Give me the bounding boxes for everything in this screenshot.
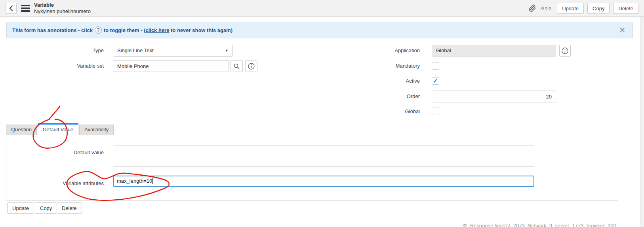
variable-set-input[interactable] xyxy=(113,60,229,72)
variable-set-info-button[interactable] xyxy=(245,60,257,72)
response-time-text: Response time(s): 2073, Network: 9, serv… xyxy=(470,223,616,227)
type-select[interactable]: Single Line Text ▼ xyxy=(113,45,233,57)
default-value-textarea[interactable] xyxy=(113,146,534,167)
active-checkbox[interactable]: ✓ xyxy=(432,77,439,85)
type-label: Type xyxy=(0,45,104,57)
tab-question[interactable]: Question xyxy=(6,125,37,135)
mandatory-checkbox[interactable] xyxy=(432,62,439,70)
order-label: Order xyxy=(329,91,420,102)
context-menu-icon[interactable] xyxy=(21,5,30,12)
update-button-footer[interactable]: Update xyxy=(7,202,34,214)
record-subtitle: Nykyinen puhelinnumero xyxy=(34,8,91,15)
back-button[interactable] xyxy=(6,3,17,14)
gear-icon: ⚙ xyxy=(463,223,467,227)
chevron-left-icon xyxy=(9,6,13,11)
variable-attributes-input[interactable]: max_length=10 xyxy=(113,176,534,187)
default-value-tab-panel xyxy=(6,135,618,201)
record-title-block: Variable Nykyinen puhelinnumero xyxy=(34,2,91,15)
banner-text-middle: to toggle them - ( xyxy=(104,27,145,33)
default-value-label: Default value xyxy=(0,147,104,159)
type-select-value: Single Line Text xyxy=(117,45,154,56)
mandatory-label: Mandatory xyxy=(329,60,420,72)
application-label: Application xyxy=(329,45,420,57)
vertical-scrollbar[interactable] xyxy=(640,17,644,227)
search-icon xyxy=(234,63,240,69)
more-options-icon[interactable] xyxy=(541,7,551,9)
delete-button-footer[interactable]: Delete xyxy=(57,202,82,214)
info-icon xyxy=(562,47,568,54)
application-field: Global xyxy=(432,45,556,57)
banner-text-before: This form has annotations - click xyxy=(12,27,93,33)
tab-availability[interactable]: Availability xyxy=(79,125,114,135)
banner-text-after: to never show this again) xyxy=(169,27,232,33)
variable-form-page: Variable Nykyinen puhelinnumero Update C… xyxy=(0,0,644,227)
page-title: Variable xyxy=(34,2,91,8)
chevron-down-icon: ▼ xyxy=(225,45,229,56)
global-checkbox[interactable] xyxy=(432,108,439,115)
active-label: Active xyxy=(329,75,420,87)
reference-lookup-button[interactable] xyxy=(231,60,243,72)
annotations-banner: This form has annotations - click ? to t… xyxy=(6,22,633,38)
response-time-status: ⚙ Response time(s): 2073, Network: 9, se… xyxy=(463,223,616,227)
copy-button-footer[interactable]: Copy xyxy=(35,202,57,214)
variable-attributes-label: Variable attributes xyxy=(0,178,104,189)
application-info-button[interactable] xyxy=(559,45,571,57)
info-icon xyxy=(248,63,255,70)
delete-button-header[interactable]: Delete xyxy=(613,3,638,14)
close-icon[interactable]: × xyxy=(619,24,625,36)
help-toggle-icon[interactable]: ? xyxy=(95,26,102,34)
header-actions: Update Copy Delete xyxy=(527,0,638,17)
paperclip-icon[interactable] xyxy=(527,4,538,13)
form-tabs: Question Default Value Availability xyxy=(6,123,114,135)
variable-set-label: Variable set xyxy=(0,60,104,72)
global-label: Global xyxy=(329,106,420,117)
copy-button-header[interactable]: Copy xyxy=(587,3,610,14)
update-button-header[interactable]: Update xyxy=(557,3,584,14)
order-input[interactable] xyxy=(432,91,556,102)
form-header: Variable Nykyinen puhelinnumero Update C… xyxy=(0,0,644,17)
never-show-link[interactable]: click here xyxy=(145,27,169,33)
variable-attributes-value: max_length=10 xyxy=(117,178,152,184)
checkmark-icon: ✓ xyxy=(433,78,438,84)
tab-default-value[interactable]: Default Value xyxy=(38,123,78,135)
text-caret xyxy=(152,178,153,184)
